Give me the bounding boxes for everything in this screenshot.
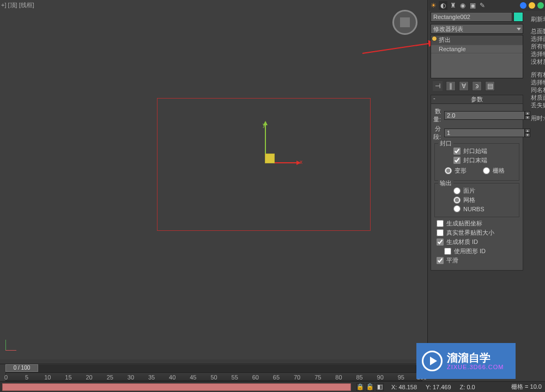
selection-lock-icon[interactable]: 🔓 bbox=[366, 383, 374, 391]
rollout-header[interactable]: -参数 bbox=[431, 95, 523, 104]
tick: 35 bbox=[148, 374, 155, 381]
mesh-radio[interactable]: 网格 bbox=[453, 196, 517, 204]
modify-tab-icon[interactable]: ◐ bbox=[439, 1, 447, 10]
viewcube[interactable] bbox=[392, 10, 417, 35]
refresh-button[interactable]: 刷新场 bbox=[531, 15, 545, 23]
modifier-list-dropdown[interactable]: 修改器列表 bbox=[431, 24, 523, 34]
tick: 40 bbox=[169, 374, 175, 381]
utilities-tab-icon[interactable]: ✎ bbox=[478, 1, 487, 10]
info-row: 选择面 bbox=[531, 35, 545, 42]
configure-sets-button[interactable]: ▤ bbox=[485, 81, 495, 91]
tick: 0 bbox=[4, 374, 8, 381]
mini-axis-icon bbox=[4, 336, 20, 352]
create-tab-icon[interactable]: ☀ bbox=[429, 1, 438, 10]
time-slider[interactable]: 0 / 100 ▲▼ bbox=[5, 365, 422, 372]
lightbulb-icon[interactable] bbox=[432, 36, 437, 41]
snap-icon[interactable]: ◧ bbox=[376, 383, 384, 391]
time-row: 用时:0 bbox=[531, 114, 545, 122]
parameters-rollout: -参数 数量: ▲▼ 分段: ▲▼ 封口 封口始端 封口末端 变形 栅格 输出 bbox=[431, 95, 523, 271]
tick: 65 bbox=[273, 374, 280, 381]
lock-icon[interactable]: 🔒 bbox=[356, 383, 364, 391]
tick: 80 bbox=[335, 374, 342, 381]
info-row: 材质面 bbox=[531, 94, 545, 101]
tick: 30 bbox=[128, 374, 134, 381]
dot-icon bbox=[537, 2, 544, 9]
timeline: 0 / 100 ▲▼ 05101520253035404550556065707… bbox=[0, 364, 428, 381]
stack-item-rectangle[interactable]: Rectangle bbox=[431, 45, 523, 53]
svg-line-0 bbox=[362, 42, 436, 53]
tick: 10 bbox=[44, 374, 51, 381]
modifier-stack[interactable]: 挤出 Rectangle bbox=[431, 35, 523, 78]
spinner-arrows[interactable]: ▲▼ bbox=[525, 111, 530, 120]
motion-tab-icon[interactable]: ◉ bbox=[458, 1, 467, 10]
capping-group: 封口 封口始端 封口末端 变形 栅格 bbox=[434, 143, 519, 181]
info-row: 同名材 bbox=[531, 86, 545, 94]
info-row: 选择物 bbox=[531, 50, 545, 58]
grid-readout: 栅格 = 10.0 bbox=[511, 383, 542, 391]
play-icon bbox=[422, 351, 443, 371]
grid-radio[interactable]: 栅格 bbox=[483, 167, 505, 175]
hierarchy-tab-icon[interactable]: ♜ bbox=[449, 1, 457, 10]
watermark-url: ZIXUE.3D66.COM bbox=[447, 364, 504, 370]
gen-mat-checkbox[interactable]: 生成材质 ID bbox=[437, 238, 520, 246]
gizmo-y-axis[interactable] bbox=[265, 124, 266, 157]
make-unique-button[interactable]: ∀ bbox=[459, 81, 469, 91]
viewport-label[interactable]: +] [顶] [线框] bbox=[1, 1, 34, 9]
info-row: 总面数 bbox=[531, 27, 545, 35]
tick: 25 bbox=[107, 374, 113, 381]
tick: 95 bbox=[398, 374, 404, 381]
script-listener[interactable] bbox=[2, 383, 351, 391]
morph-radio[interactable]: 变形 bbox=[445, 167, 467, 175]
gizmo-xy-plane[interactable] bbox=[265, 154, 275, 163]
time-ruler[interactable]: 0510152025303540455055606570758085909510… bbox=[5, 372, 422, 381]
amount-input[interactable] bbox=[444, 111, 525, 120]
output-group: 输出 面片 网格 NURBS bbox=[434, 183, 519, 217]
x-coord: X: 48.158 bbox=[391, 384, 417, 390]
real-world-checkbox[interactable]: 真实世界贴图大小 bbox=[437, 229, 520, 237]
viewport[interactable]: +] [顶] [线框] y x bbox=[0, 0, 428, 359]
gen-map-checkbox[interactable]: 生成贴图坐标 bbox=[437, 219, 520, 228]
use-shape-checkbox[interactable]: 使用图形 ID bbox=[444, 247, 520, 255]
time-slider-thumb[interactable]: 0 / 100 bbox=[5, 364, 38, 372]
patch-radio[interactable]: 面片 bbox=[453, 187, 517, 195]
tick: 50 bbox=[210, 374, 217, 381]
info-row: 丢失贴 bbox=[531, 101, 545, 109]
watermark: 溜溜自学 ZIXUE.3D66.COM bbox=[416, 343, 516, 379]
stack-item-extrude[interactable]: 挤出 bbox=[431, 35, 523, 45]
info-row: 所有材 bbox=[531, 71, 545, 78]
stack-item-label: Rectangle bbox=[439, 46, 466, 52]
utility-sidebar: 刷新场 总面数 选择面 所有物 选择物 没材质 所有材 选择物 同名材 材质面 … bbox=[531, 11, 545, 122]
object-name-input[interactable] bbox=[431, 12, 512, 22]
stack-item-label: 挤出 bbox=[439, 36, 451, 43]
tick: 75 bbox=[314, 374, 321, 381]
info-row: 选择物 bbox=[531, 78, 545, 86]
group-title: 封口 bbox=[438, 139, 453, 148]
tick: 55 bbox=[232, 374, 238, 381]
dot-icon bbox=[529, 2, 535, 9]
pin-stack-button[interactable]: ⊣ bbox=[433, 81, 443, 91]
cap-end-checkbox[interactable]: 封口末端 bbox=[453, 156, 517, 164]
info-row: 所有物 bbox=[531, 42, 545, 50]
nurbs-radio[interactable]: NURBS bbox=[453, 205, 517, 212]
segments-input[interactable] bbox=[444, 128, 525, 137]
watermark-title: 溜溜自学 bbox=[447, 352, 504, 364]
spinner-arrows[interactable]: ▲▼ bbox=[525, 128, 530, 137]
tick: 15 bbox=[65, 374, 71, 381]
gizmo-x-label: x bbox=[300, 159, 302, 165]
tick: 85 bbox=[356, 374, 362, 381]
gizmo-y-label: y bbox=[263, 122, 265, 128]
transform-gizmo[interactable]: y x bbox=[262, 124, 305, 168]
amount-label: 数量: bbox=[433, 107, 444, 124]
remove-modifier-button[interactable]: ͽ bbox=[472, 81, 482, 91]
group-title: 输出 bbox=[438, 179, 453, 187]
tick: 60 bbox=[252, 374, 259, 381]
cap-start-checkbox[interactable]: 封口始端 bbox=[453, 147, 517, 155]
show-end-result-button[interactable]: ∥ bbox=[446, 81, 456, 91]
smooth-checkbox[interactable]: 平滑 bbox=[437, 256, 520, 265]
tick: 45 bbox=[190, 374, 196, 381]
display-tab-icon[interactable]: ▣ bbox=[468, 1, 477, 10]
y-coord: Y: 17.469 bbox=[426, 384, 451, 390]
object-color-swatch[interactable] bbox=[513, 12, 523, 22]
command-panel-tabs: ☀ ◐ ♜ ◉ ▣ ✎ bbox=[428, 0, 545, 11]
status-bar: 🔒 🔓 ◧ X: 48.158 Y: 17.469 Z: 0.0 栅格 = 10… bbox=[0, 381, 545, 392]
